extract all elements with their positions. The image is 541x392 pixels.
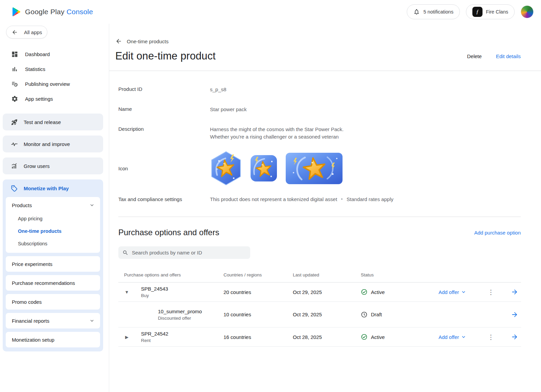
row-menu-button[interactable]: ⋮ bbox=[485, 287, 497, 297]
sidebar-section-label: Monitor and improve bbox=[24, 141, 70, 147]
breadcrumb-label[interactable]: One-time products bbox=[127, 39, 168, 44]
sidebar-item-statistics[interactable]: Statistics bbox=[0, 62, 109, 76]
column-header: Last updated bbox=[293, 272, 361, 277]
dot-separator bbox=[341, 198, 343, 200]
sidebar: All apps Dashboard Statistics Publishing… bbox=[0, 24, 109, 392]
sidebar-item-promo-codes[interactable]: Promo codes bbox=[6, 294, 100, 310]
back-arrow-icon[interactable] bbox=[115, 38, 122, 45]
chevron-down-icon bbox=[89, 318, 95, 324]
growth-icon bbox=[11, 163, 18, 170]
arrow-left-icon bbox=[11, 29, 18, 35]
google-play-console-logo[interactable]: Google Play Console bbox=[11, 6, 93, 17]
sidebar-item-label: Dashboard bbox=[25, 51, 50, 57]
sidebar-item-monetization-setup[interactable]: Monetization setup bbox=[6, 332, 100, 347]
field-value: s_p_s8 bbox=[210, 86, 226, 93]
add-offer-button[interactable]: Add offer bbox=[439, 289, 483, 295]
field-tax-compliance: Tax and compliance settings This product… bbox=[118, 196, 521, 202]
table-row[interactable]: ▼ SPB_24543 Buy 20 countries Oct 29, 202… bbox=[118, 283, 521, 302]
add-offer-button[interactable]: Add offer bbox=[439, 334, 483, 340]
field-value: Harness the might of the cosmos with the… bbox=[210, 126, 344, 141]
bell-icon bbox=[413, 8, 420, 15]
chevron-down-icon bbox=[89, 202, 95, 208]
last-updated-cell: Oct 29, 2025 bbox=[293, 312, 361, 317]
sidebar-section-label: Monetize with Play bbox=[24, 186, 69, 191]
purchase-option-type: Rent bbox=[141, 338, 224, 343]
last-updated-cell: Oct 29, 2025 bbox=[293, 289, 361, 295]
field-product-id: Product ID s_p_s8 bbox=[118, 86, 521, 93]
top-bar: Google Play Console 5 notifications ƒ Fi… bbox=[0, 0, 541, 24]
notifications-button[interactable]: 5 notifications bbox=[407, 4, 460, 19]
open-row-button[interactable] bbox=[511, 288, 521, 296]
field-name: Name Star power pack bbox=[118, 106, 521, 113]
open-row-button[interactable] bbox=[511, 311, 521, 318]
sidebar-section-label: Grow users bbox=[24, 163, 50, 169]
delete-button[interactable]: Delete bbox=[467, 53, 481, 59]
app-selector-button[interactable]: ƒ Fire Clans bbox=[466, 4, 515, 19]
arrow-right-icon bbox=[511, 311, 518, 318]
field-value: This product does not represent a tokeni… bbox=[210, 196, 393, 202]
sidebar-item-label: Statistics bbox=[25, 66, 45, 72]
sidebar-section-label: Test and release bbox=[24, 119, 61, 125]
all-apps-label: All apps bbox=[24, 29, 42, 35]
check-circle-icon bbox=[361, 289, 368, 295]
field-label: Description bbox=[118, 126, 210, 141]
sidebar-item-one-time-products[interactable]: One-time products bbox=[6, 225, 100, 237]
gear-icon bbox=[11, 95, 18, 102]
offer-id: 10_summer_promo bbox=[158, 309, 224, 314]
product-icon-strip bbox=[210, 151, 343, 186]
purchase-option-id: SPB_24543 bbox=[141, 286, 224, 292]
products-group-header[interactable]: Products bbox=[6, 198, 100, 212]
status-badge: Active bbox=[361, 289, 439, 295]
arrow-right-icon bbox=[511, 288, 518, 296]
chevron-down-icon bbox=[461, 334, 467, 340]
publishing-overview-icon bbox=[11, 80, 18, 88]
status-badge: Active bbox=[361, 334, 439, 340]
sidebar-item-publishing-overview[interactable]: Publishing overview bbox=[0, 76, 109, 91]
fire-clans-app-icon: ƒ bbox=[472, 7, 483, 17]
add-purchase-option-button[interactable]: Add purchase option bbox=[474, 230, 521, 236]
column-header: Countries / regions bbox=[224, 272, 293, 277]
page-title: Edit one-time product bbox=[115, 50, 216, 62]
edit-details-button[interactable]: Edit details bbox=[496, 53, 521, 59]
monetize-with-play-header[interactable]: Monetize with Play bbox=[3, 179, 103, 197]
check-circle-icon bbox=[361, 334, 368, 340]
sidebar-item-label: Publishing overview bbox=[25, 81, 70, 87]
table-row[interactable]: ▶ SPR_24542 Rent 16 countries Oct 28, 20… bbox=[118, 327, 521, 347]
breadcrumb: One-time products bbox=[115, 38, 521, 45]
collapse-row-button[interactable]: ▼ bbox=[123, 288, 131, 297]
sidebar-section-test-and-release[interactable]: Test and release bbox=[3, 114, 103, 130]
status-badge: Draft bbox=[361, 311, 439, 318]
sidebar-item-app-settings[interactable]: App settings bbox=[0, 91, 109, 106]
field-label: Name bbox=[118, 106, 210, 113]
column-header: Status bbox=[361, 272, 439, 277]
tag-icon bbox=[11, 185, 18, 192]
play-triangle-icon bbox=[11, 6, 21, 17]
sidebar-item-app-pricing[interactable]: App pricing bbox=[6, 212, 100, 225]
sidebar-section-monitor-and-improve[interactable]: Monitor and improve bbox=[3, 136, 103, 152]
sidebar-section-grow-users[interactable]: Grow users bbox=[3, 157, 103, 174]
field-label: Tax and compliance settings bbox=[118, 196, 210, 202]
sidebar-item-subscriptions[interactable]: Subscriptions bbox=[6, 237, 100, 250]
sidebar-item-price-experiments[interactable]: Price experiments bbox=[6, 256, 100, 272]
sidebar-item-financial-reports[interactable]: Financial reports bbox=[6, 313, 100, 328]
brand-text: Google Play Console bbox=[25, 8, 93, 16]
all-apps-button[interactable]: All apps bbox=[6, 26, 47, 39]
products-group-label: Products bbox=[12, 202, 32, 208]
sidebar-item-dashboard[interactable]: Dashboard bbox=[0, 47, 109, 62]
user-avatar[interactable] bbox=[521, 5, 534, 18]
row-menu-button[interactable]: ⋮ bbox=[485, 332, 497, 342]
sidebar-item-purchase-recommendations[interactable]: Purchase recommendations bbox=[6, 275, 100, 291]
table-row-nested[interactable]: 10_summer_promo Discounted offer 10 coun… bbox=[118, 302, 521, 327]
search-box[interactable] bbox=[118, 246, 250, 259]
last-updated-cell: Oct 28, 2025 bbox=[293, 334, 361, 340]
products-group: Products App pricing One-time products S… bbox=[6, 197, 100, 253]
sidebar-section-monetize-with-play: Monetize with Play Products App pricing … bbox=[3, 179, 103, 351]
field-label: Icon bbox=[118, 165, 210, 171]
field-label: Product ID bbox=[118, 86, 210, 93]
open-row-button[interactable] bbox=[511, 333, 521, 341]
expand-row-button[interactable]: ▶ bbox=[123, 333, 131, 342]
table-header-row: Purchase options and offers Countries / … bbox=[118, 268, 521, 283]
purchase-option-id: SPR_24542 bbox=[141, 331, 224, 337]
product-detail-fields: Product ID s_p_s8 Name Star power pack D… bbox=[109, 71, 541, 202]
search-input[interactable] bbox=[132, 250, 246, 255]
